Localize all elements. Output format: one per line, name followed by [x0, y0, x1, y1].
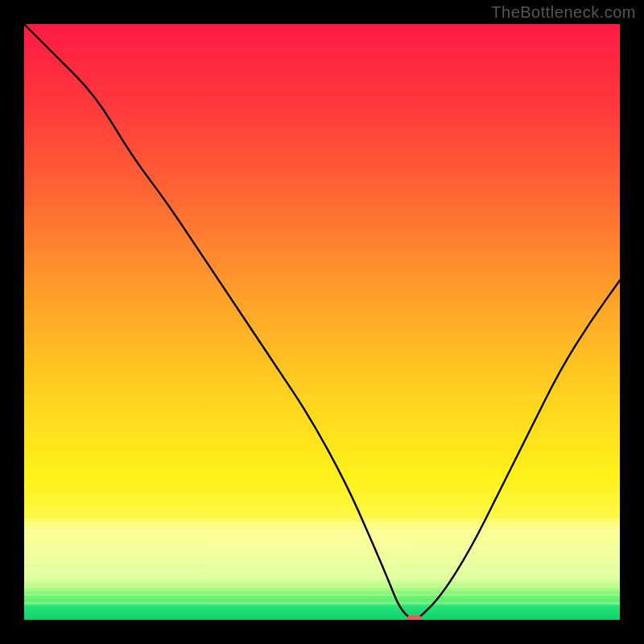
- chart-frame: TheBottleneck.com: [0, 0, 644, 644]
- plot-area: [24, 24, 620, 620]
- watermark-text: TheBottleneck.com: [491, 3, 636, 22]
- optimal-point-marker: [407, 616, 422, 621]
- bottleneck-curve: [24, 24, 620, 620]
- curve-layer: [24, 24, 620, 620]
